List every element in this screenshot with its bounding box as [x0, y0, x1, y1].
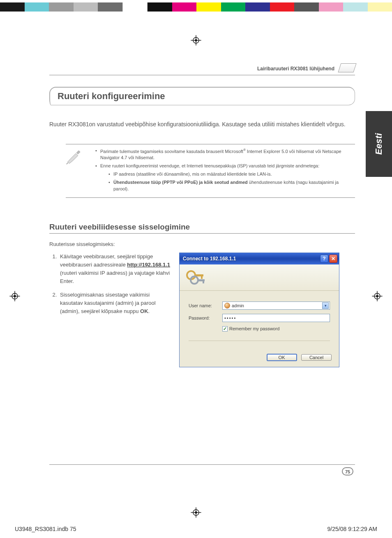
help-button[interactable]: ?: [320, 255, 328, 263]
registration-mark-icon: [9, 290, 21, 302]
password-input[interactable]: •••••: [222, 314, 330, 322]
cancel-button[interactable]: Cancel: [301, 354, 332, 361]
user-avatar-icon: [224, 303, 230, 308]
registration-mark-icon: [371, 290, 383, 302]
username-input[interactable]: admin ▾: [222, 301, 330, 310]
keys-icon: [184, 268, 208, 288]
imprint-right: 9/25/08 9:12:29 AM: [327, 526, 377, 532]
svg-point-3: [195, 39, 197, 42]
note-subbullet: Ühendusteenuse tüüp (PPTP või PPoE) ja k…: [108, 179, 355, 192]
note-box: Parimate tulemuste tagamiseks soovitame …: [66, 144, 355, 198]
dialog-banner: [180, 264, 339, 291]
document-header: Lairibaruuteri RX3081 lühijuhend: [49, 66, 355, 75]
note-content: Parimate tulemuste tagamiseks soovitame …: [90, 148, 355, 194]
subsection-title: Ruuteri veebiliidesesse sisselogimine: [49, 223, 355, 234]
router-icon: [338, 63, 356, 72]
language-tab: Eesti: [366, 111, 392, 177]
password-label: Password:: [189, 315, 222, 320]
section-title-box: Ruuteri konfigureerimine: [49, 87, 355, 105]
note-bullet: Parimate tulemuste tagamiseks soovitame …: [95, 148, 355, 162]
registration-mark-icon: [190, 35, 202, 46]
intro-paragraph: Ruuter RX3081on varustatud veebipõhise k…: [49, 120, 355, 129]
svg-line-16: [67, 162, 68, 164]
svg-rect-21: [197, 279, 205, 281]
note-bullet: Enne ruuteri konfigureerimist veenduge, …: [95, 163, 355, 192]
remember-label: Remember my password: [229, 326, 279, 331]
svg-point-7: [14, 295, 16, 297]
dialog-titlebar: Connect to 192.168.1.1 ? ✕: [180, 253, 339, 264]
username-label: User name:: [189, 303, 222, 308]
page-number: 75: [342, 467, 353, 475]
step-item: Sisselogimisaknas sisestage vaikimisi ka…: [58, 291, 173, 315]
step-item: Käivitage veebibrauser, seejärel tippige…: [58, 253, 173, 286]
dialog-title: Connect to 192.168.1.1: [183, 256, 319, 262]
svg-rect-22: [203, 281, 204, 283]
section-title: Ruuteri konfigureerimine: [58, 91, 347, 102]
registration-mark-icon: [190, 507, 202, 518]
subsection-intro: Ruuterisse sisselogimiseks:: [49, 241, 355, 247]
dropdown-arrow-icon[interactable]: ▾: [322, 302, 329, 309]
ok-button[interactable]: OK: [267, 354, 297, 361]
svg-point-11: [376, 295, 378, 297]
login-dialog: Connect to 192.168.1.1 ? ✕: [179, 253, 339, 367]
note-subbullet: IP aadress (staatiline või dünaamiline),…: [108, 171, 355, 178]
document-title: Lairibaruuteri RX3081 lühijuhend: [257, 66, 334, 72]
note-pen-icon: [66, 148, 83, 165]
remember-checkbox[interactable]: ✓: [222, 326, 228, 332]
close-button[interactable]: ✕: [329, 255, 337, 263]
imprint-line: U3948_RS3081.indb 75 9/25/08 9:12:29 AM: [15, 526, 377, 532]
printer-color-bar: [0, 2, 392, 12]
footer-rule: [49, 464, 355, 465]
router-url-link[interactable]: http://192.168.1.1: [127, 262, 170, 268]
svg-point-15: [195, 511, 197, 514]
steps-list: Käivitage veebibrauser, seejärel tippige…: [49, 253, 173, 367]
imprint-left: U3948_RS3081.indb 75: [15, 526, 76, 532]
svg-rect-19: [201, 276, 203, 279]
